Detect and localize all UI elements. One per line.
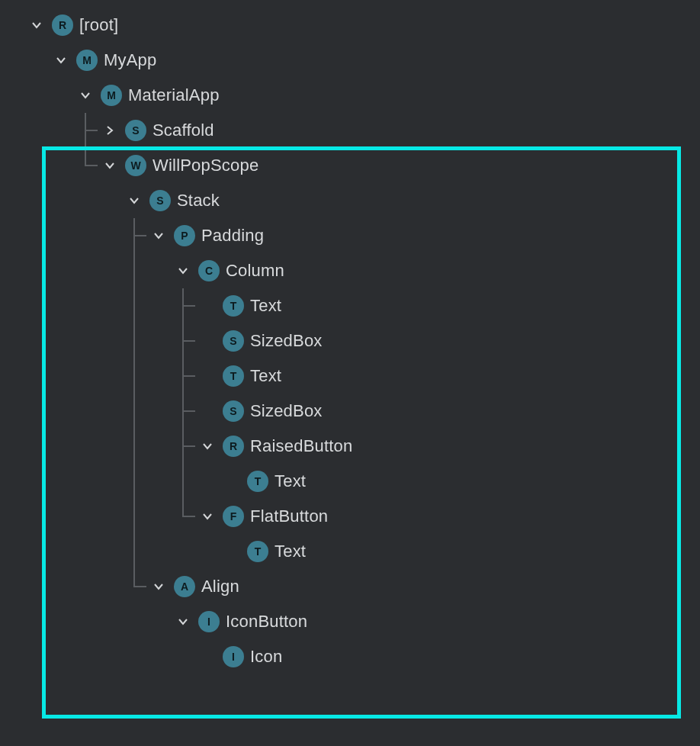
- type-badge: I: [223, 646, 244, 667]
- tree-label: FlatButton: [250, 506, 328, 526]
- tree-label: Text: [250, 366, 281, 386]
- type-badge: S: [223, 400, 244, 422]
- tree-row-stack[interactable]: S Stack: [0, 183, 700, 218]
- tree-row-willpopscope[interactable]: W WillPopScope: [0, 148, 700, 183]
- chevron-right-icon[interactable]: [98, 118, 122, 143]
- type-badge: A: [174, 576, 195, 597]
- tree-row-materialapp[interactable]: M MaterialApp: [0, 78, 700, 113]
- type-badge: S: [149, 190, 171, 211]
- chevron-down-icon[interactable]: [171, 259, 195, 283]
- widget-tree[interactable]: R [root] M MyApp M MaterialApp S Scaffol…: [0, 0, 700, 674]
- type-badge: F: [223, 506, 244, 527]
- type-badge: P: [174, 225, 195, 246]
- type-badge: T: [223, 365, 244, 387]
- tree-label: Padding: [201, 226, 264, 246]
- tree-row-scaffold[interactable]: S Scaffold: [0, 113, 700, 148]
- chevron-down-icon[interactable]: [195, 504, 220, 529]
- type-badge: T: [223, 295, 244, 317]
- type-badge: T: [247, 471, 268, 492]
- chevron-down-icon[interactable]: [146, 223, 171, 248]
- type-badge: S: [223, 330, 244, 352]
- tree-label: MaterialApp: [128, 85, 220, 105]
- type-badge: M: [101, 85, 122, 106]
- tree-row-myapp[interactable]: M MyApp: [0, 43, 700, 78]
- tree-row-text[interactable]: T Text: [0, 359, 700, 394]
- tree-label: Stack: [177, 191, 220, 211]
- tree-label: RaisedButton: [250, 436, 353, 456]
- tree-row-text[interactable]: T Text: [0, 464, 700, 499]
- chevron-down-icon[interactable]: [146, 574, 171, 599]
- chevron-down-icon[interactable]: [73, 83, 98, 108]
- tree-label: MyApp: [104, 50, 156, 70]
- tree-row-text[interactable]: T Text: [0, 534, 700, 569]
- type-badge: R: [52, 14, 73, 36]
- tree-label: Scaffold: [153, 121, 214, 140]
- tree-row-sizedbox[interactable]: S SizedBox: [0, 394, 700, 429]
- type-badge: R: [223, 436, 244, 457]
- tree-label: Align: [201, 577, 239, 596]
- tree-label: SizedBox: [250, 401, 323, 421]
- tree-row-column[interactable]: C Column: [0, 253, 700, 288]
- tree-label: WillPopScope: [153, 156, 258, 175]
- type-badge: S: [125, 120, 146, 141]
- tree-label: Text: [275, 471, 306, 491]
- tree-label: Text: [250, 296, 281, 316]
- tree-label: SizedBox: [250, 331, 323, 351]
- tree-label: Text: [275, 542, 306, 561]
- chevron-down-icon[interactable]: [195, 434, 220, 458]
- type-badge: M: [76, 50, 98, 71]
- tree-row-root[interactable]: R [root]: [0, 8, 700, 43]
- tree-label: IconButton: [226, 612, 307, 632]
- tree-row-iconbutton[interactable]: I IconButton: [0, 604, 700, 639]
- type-badge: T: [247, 541, 268, 562]
- chevron-down-icon[interactable]: [98, 153, 122, 178]
- tree-row-icon[interactable]: I Icon: [0, 639, 700, 674]
- tree-label: Icon: [250, 647, 282, 667]
- tree-row-raisedbutton[interactable]: R RaisedButton: [0, 429, 700, 464]
- tree-label: [root]: [79, 15, 118, 35]
- tree-row-align[interactable]: A Align: [0, 569, 700, 604]
- type-badge: C: [198, 260, 220, 281]
- tree-row-padding[interactable]: P Padding: [0, 218, 700, 253]
- chevron-down-icon[interactable]: [24, 13, 49, 37]
- tree-row-text[interactable]: T Text: [0, 288, 700, 323]
- type-badge: I: [198, 611, 220, 632]
- tree-row-flatbutton[interactable]: F FlatButton: [0, 499, 700, 534]
- type-badge: W: [125, 155, 146, 176]
- chevron-down-icon[interactable]: [122, 188, 146, 213]
- chevron-down-icon[interactable]: [49, 48, 73, 72]
- tree-row-sizedbox[interactable]: S SizedBox: [0, 323, 700, 359]
- chevron-down-icon[interactable]: [171, 609, 195, 634]
- tree-label: Column: [226, 261, 284, 281]
